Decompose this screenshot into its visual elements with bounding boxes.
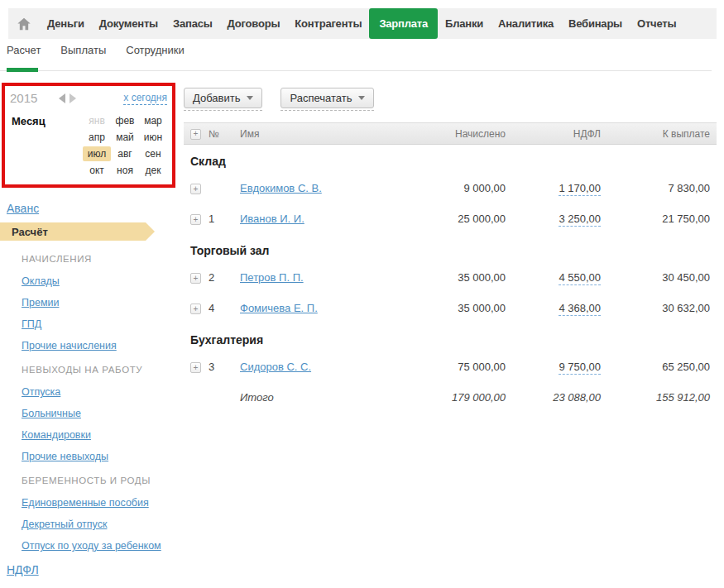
month-jul[interactable]: июл	[83, 146, 111, 161]
col-header-accrued[interactable]: Начислено	[381, 128, 506, 140]
sidebar-link-advance[interactable]: Аванс	[7, 202, 179, 215]
calendar-body: Месяц янв фев мар апр май июн июл авг се…	[10, 113, 167, 178]
print-button-label: Распечатать	[290, 92, 352, 104]
home-icon[interactable]	[8, 16, 40, 32]
top-nav: Деньги Документы Запасы Договоры Контраг…	[8, 8, 717, 39]
month-feb[interactable]: фев	[111, 113, 139, 128]
month-jun[interactable]: июн	[139, 130, 167, 145]
expand-row-icon[interactable]: +	[190, 214, 201, 225]
payroll-table: + № Имя Начислено НДФЛ К выплате Склад +…	[184, 122, 717, 413]
tab-forms[interactable]: Бланки	[438, 8, 491, 39]
ndfl-link[interactable]: 3 250,00	[559, 213, 601, 227]
col-header-name[interactable]: Имя	[240, 128, 381, 140]
month-jan: янв	[83, 113, 111, 128]
accrued-value: 35 000,00	[381, 302, 506, 314]
subtab-active-indicator	[7, 68, 38, 72]
sidebar-link-salaries[interactable]: Оклады	[22, 275, 60, 287]
tab-documents[interactable]: Документы	[92, 8, 165, 39]
month-mar[interactable]: мар	[139, 113, 167, 128]
subnav-divider	[0, 70, 712, 71]
accrued-value: 35 000,00	[381, 271, 506, 284]
tab-contracts[interactable]: Договоры	[220, 8, 288, 39]
sidebar-link-childcare-leave[interactable]: Отпуск по уходу за ребенком	[22, 540, 161, 552]
employee-link[interactable]: Евдокимов С. В.	[240, 182, 322, 194]
payout-value: 65 250,00	[601, 361, 710, 373]
ndfl-link[interactable]: 4 368,00	[559, 302, 601, 316]
toolbar: Добавить Распечатать	[184, 88, 374, 111]
expand-row-icon[interactable]: +	[190, 273, 201, 284]
expand-row-icon[interactable]: +	[190, 362, 201, 373]
chevron-down-icon	[247, 96, 253, 100]
tab-webinars[interactable]: Вебинары	[561, 8, 630, 39]
col-header-ndfl[interactable]: НДФЛ	[506, 128, 601, 140]
month-dec[interactable]: дек	[139, 163, 167, 178]
next-arrow-icon[interactable]	[70, 93, 76, 103]
tab-counterparties[interactable]: Контрагенты	[287, 8, 369, 39]
payout-value: 7 830,00	[601, 182, 710, 194]
month-sep[interactable]: сен	[139, 146, 167, 161]
employee-link[interactable]: Петров П. П.	[240, 271, 304, 284]
sidebar-link-other-accruals[interactable]: Прочие начисления	[22, 340, 117, 351]
col-header-num[interactable]: №	[209, 128, 240, 140]
group-title-buhgalteria: Бухгалтерия	[184, 323, 717, 351]
print-button-wrap: Распечатать	[280, 88, 374, 111]
month-aug[interactable]: авг	[111, 146, 139, 161]
sidebar-heading-maternity: БЕРЕМЕННОСТЬ И РОДЫ	[22, 476, 179, 485]
expand-row-icon[interactable]: +	[190, 184, 201, 194]
table-row: + 2 Петров П. П. 35 000,00 4 550,00 30 4…	[184, 262, 717, 293]
add-button[interactable]: Добавить	[184, 88, 262, 108]
sub-nav: Расчет Выплаты Сотрудники	[7, 44, 185, 56]
sidebar-link-vacations[interactable]: Отпуска	[22, 386, 60, 398]
total-row: Итого 179 000,00 23 088,00 155 912,00	[184, 382, 717, 413]
year-arrows	[59, 93, 76, 103]
expand-all-icon[interactable]: +	[190, 129, 201, 140]
sidebar-link-bonuses[interactable]: Премии	[22, 297, 59, 308]
col-header-payout[interactable]: К выплате	[601, 128, 710, 140]
sidebar-link-ndfl[interactable]: НДФЛ	[7, 563, 179, 576]
month-nov[interactable]: ноя	[111, 163, 139, 178]
employee-link[interactable]: Иванов И. И.	[240, 213, 304, 225]
home-icon-glyph	[16, 16, 32, 32]
ndfl-link[interactable]: 1 170,00	[559, 182, 601, 196]
accrued-value: 75 000,00	[381, 361, 506, 373]
sidebar-link-sick-leaves[interactable]: Больничные	[22, 408, 81, 419]
sidebar-link-maternity-leave[interactable]: Декретный отпуск	[22, 519, 107, 530]
ndfl-link[interactable]: 4 550,00	[559, 271, 601, 285]
subtab-calculation[interactable]: Расчет	[7, 44, 41, 56]
subtab-payments[interactable]: Выплаты	[60, 44, 106, 56]
accrued-value: 9 000,00	[381, 182, 506, 194]
tab-salary[interactable]: Зарплата	[369, 8, 438, 39]
tab-analytics[interactable]: Аналитика	[491, 8, 561, 39]
tab-stocks[interactable]: Запасы	[165, 8, 220, 39]
add-button-label: Добавить	[193, 92, 240, 104]
table-header-row: + № Имя Начислено НДФЛ К выплате	[184, 122, 717, 145]
table-row: + 3 Сидоров С. С. 75 000,00 9 750,00 65 …	[184, 351, 717, 382]
month-apr[interactable]: апр	[83, 130, 111, 145]
ndfl-link[interactable]: 9 750,00	[559, 361, 601, 375]
subtab-employees[interactable]: Сотрудники	[126, 44, 184, 56]
tab-money[interactable]: Деньги	[40, 8, 92, 39]
row-num: 4	[209, 302, 240, 314]
table-row: + 1 Иванов И. И. 25 000,00 3 250,00 21 7…	[184, 203, 717, 234]
group-title-torgovy-zal: Торговый зал	[184, 234, 717, 262]
employee-link[interactable]: Фомичева Е. П.	[240, 302, 318, 314]
tab-reports[interactable]: Отчеты	[630, 8, 683, 39]
sidebar-heading-accruals: НАЧИСЛЕНИЯ	[22, 254, 179, 264]
total-payout: 155 912,00	[601, 391, 710, 404]
table-row: + Евдокимов С. В. 9 000,00 1 170,00 7 83…	[184, 173, 717, 203]
total-ndfl: 23 088,00	[506, 391, 601, 404]
month-oct[interactable]: окт	[83, 163, 111, 178]
expand-row-icon[interactable]: +	[190, 304, 201, 314]
sidebar-link-gpd[interactable]: ГПД	[22, 318, 41, 330]
total-label: Итого	[240, 391, 381, 404]
sidebar-link-business-trips[interactable]: Командировки	[22, 429, 91, 441]
chevron-down-icon	[358, 96, 365, 100]
sidebar-link-other-absences[interactable]: Прочие невыходы	[22, 451, 108, 462]
prev-arrow-icon[interactable]	[59, 93, 65, 103]
sidebar-link-lump-sum-benefits[interactable]: Единовременные пособия	[22, 497, 149, 509]
print-button[interactable]: Распечатать	[280, 88, 374, 108]
month-may[interactable]: май	[111, 130, 139, 145]
employee-link[interactable]: Сидоров С. С.	[240, 361, 311, 373]
today-link[interactable]: х сегодня	[123, 92, 167, 105]
sidebar-item-calculation-active[interactable]: Расчёт	[0, 222, 146, 241]
